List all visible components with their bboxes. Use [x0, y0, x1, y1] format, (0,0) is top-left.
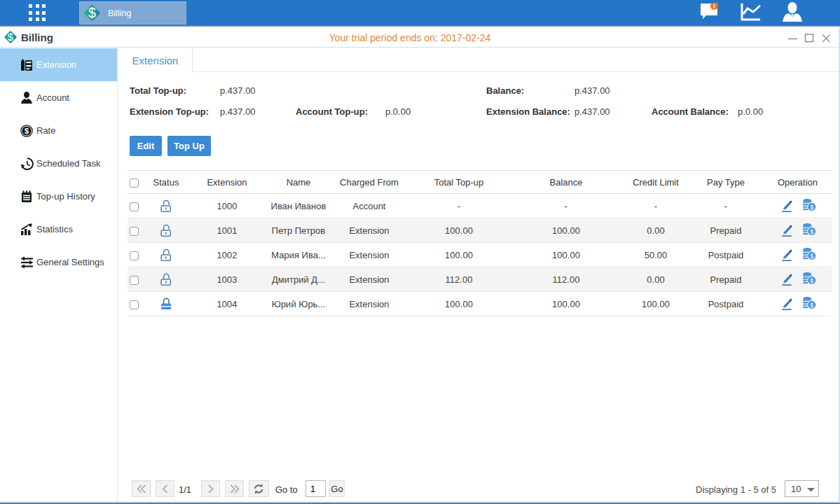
- svg-text:!: !: [713, 3, 715, 10]
- svg-text:$: $: [88, 5, 96, 20]
- svg-text:$: $: [25, 127, 29, 135]
